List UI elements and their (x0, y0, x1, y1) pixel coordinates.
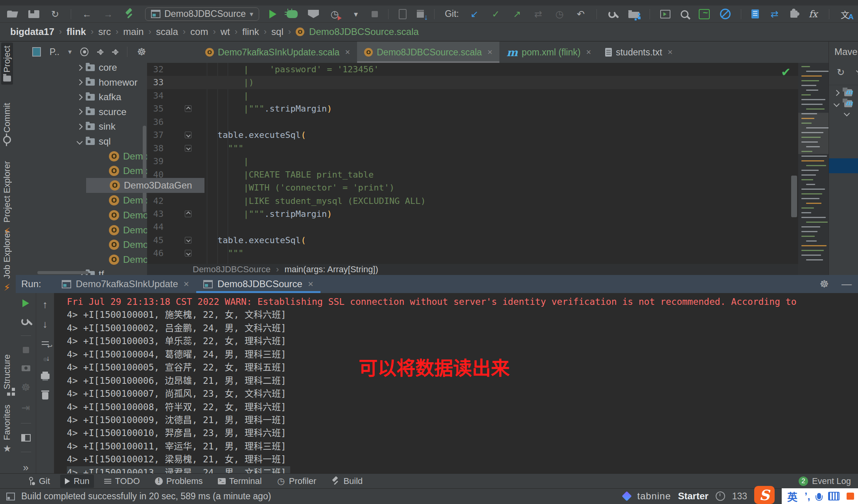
search-icon[interactable] (681, 10, 689, 18)
close-icon[interactable]: × (487, 47, 492, 57)
ime-punctuation-toggle[interactable]: ’, (805, 490, 810, 502)
event-log-button[interactable]: 2Event Log (799, 474, 851, 489)
detach-icon[interactable] (20, 402, 32, 414)
code-editor[interactable]: 32 | 'password' = '123456'33 |)34 |35 |"… (147, 63, 798, 264)
maven-panel-title[interactable]: Maven (829, 42, 858, 57)
tree-item[interactable]: ODemo (16, 193, 147, 208)
save-icon[interactable] (28, 10, 39, 18)
code-line[interactable]: 35 |""".stripMargin) (147, 102, 798, 115)
editor-tab[interactable]: students.txt× (598, 42, 679, 63)
no-entry-icon[interactable] (720, 9, 731, 19)
settings-disabled-icon[interactable] (20, 381, 32, 393)
close-icon[interactable]: × (308, 279, 313, 290)
tree-item[interactable]: sql (16, 134, 147, 149)
fx-icon[interactable] (808, 9, 819, 20)
code-minimap[interactable] (798, 63, 829, 275)
breadcrumb-item[interactable]: flink (66, 26, 86, 37)
toolbox-icon[interactable] (847, 493, 854, 500)
locate-file-icon[interactable] (80, 48, 88, 56)
tree-item[interactable]: core (16, 60, 147, 75)
rerun-icon[interactable] (20, 299, 32, 308)
tree-item[interactable]: scurce (16, 104, 147, 119)
profiler-clock-icon[interactable] (329, 9, 340, 20)
microphone-icon[interactable] (817, 493, 821, 499)
print-icon[interactable] (39, 369, 51, 381)
chevron-right-icon[interactable] (855, 70, 858, 74)
project-horizontal-scrollbar[interactable] (37, 271, 88, 274)
wrench-icon[interactable] (607, 9, 618, 19)
tree-item[interactable]: ODemo (16, 163, 147, 178)
git-history-icon[interactable] (554, 9, 565, 20)
chevron-down-icon[interactable] (844, 110, 850, 117)
project-structure-icon[interactable] (628, 12, 639, 18)
soft-wrap-icon[interactable] (39, 338, 51, 350)
run-tab[interactable]: Demo8JDBCSource× (196, 275, 320, 293)
git-commit-icon[interactable] (490, 9, 501, 20)
project-view-selector[interactable]: P.. (50, 47, 59, 57)
breadcrumb-item[interactable]: src (98, 26, 111, 37)
close-icon[interactable]: × (184, 279, 189, 290)
fold-marker-icon[interactable] (185, 237, 191, 244)
breadcrumb-item[interactable]: wt (221, 26, 230, 37)
code-line[interactable]: 41 |WITH ('connector' = 'print') (147, 181, 798, 194)
editor-scrollbar[interactable] (791, 176, 797, 217)
project-vertical-scrollbar[interactable] (143, 126, 146, 212)
toolwindow-button-terminal[interactable]: Terminal (213, 475, 267, 488)
sidebar-item-structure[interactable]: Structure (1, 351, 13, 399)
tabnine-label[interactable]: tabnine (637, 491, 671, 502)
toolwindow-button-build[interactable]: Build (326, 475, 367, 488)
git-push-icon[interactable] (512, 9, 523, 20)
fold-marker-icon[interactable] (185, 132, 191, 138)
editor-tab[interactable]: ODemo8JDBCSource.scala× (357, 42, 499, 63)
plugin-icon[interactable] (790, 11, 797, 18)
code-line[interactable]: 37 table.executeSql( (147, 128, 798, 141)
tree-item[interactable]: ODemo (16, 208, 147, 223)
back-icon[interactable] (81, 9, 92, 20)
fold-marker-icon[interactable] (185, 250, 191, 257)
breadcrumb-item[interactable]: scala (156, 26, 178, 37)
run-anything-icon[interactable] (660, 10, 670, 18)
chevron-down-icon[interactable] (77, 138, 83, 145)
edit-configuration-icon[interactable] (20, 317, 32, 326)
sidebar-item-project[interactable]: Project (1, 42, 13, 84)
toolwindow-button-todo[interactable]: TODO (99, 475, 144, 488)
toolwindow-button-profiler[interactable]: Profiler (272, 475, 321, 488)
tree-item[interactable]: homewor (16, 75, 147, 90)
device-icon[interactable] (399, 9, 407, 19)
close-icon[interactable]: × (345, 47, 350, 57)
code-line[interactable]: 38 """ (147, 142, 798, 155)
chevron-down-icon[interactable] (834, 101, 840, 107)
clock-icon[interactable] (716, 491, 725, 501)
chevron-down-icon[interactable]: ▾ (68, 48, 72, 56)
fold-marker-icon[interactable] (185, 105, 191, 112)
more-icon[interactable] (20, 462, 32, 473)
editor-tab[interactable]: ODemo7kafkaSInkUpdate.scala× (198, 42, 357, 63)
collapse-all-icon[interactable] (112, 51, 118, 53)
breadcrumb-item[interactable]: com (190, 26, 208, 37)
sidebar-item-favorites[interactable]: ★Favorites (1, 401, 13, 457)
chevron-right-icon[interactable] (77, 124, 83, 130)
coverage-icon[interactable] (308, 10, 319, 18)
git-rollback-icon[interactable] (575, 9, 586, 20)
minimap-viewport[interactable] (798, 113, 829, 154)
keyboard-icon[interactable] (828, 492, 840, 500)
breadcrumb-item[interactable]: sql (271, 26, 284, 37)
gear-icon[interactable] (819, 279, 830, 290)
expand-all-icon[interactable] (97, 51, 103, 53)
build-hammer-icon[interactable] (124, 9, 135, 19)
sidebar-item-job-explorer[interactable]: ⚡Job Explorer (1, 227, 13, 296)
sogou-ime-icon[interactable]: S (754, 486, 775, 504)
chevron-right-icon[interactable] (77, 109, 83, 115)
tabnine-icon[interactable] (622, 491, 632, 501)
code-line[interactable]: 43 |""".stripMargin) (147, 207, 798, 220)
chevron-right-icon[interactable] (77, 64, 83, 71)
code-line[interactable]: 36 (147, 115, 798, 128)
run-config-select[interactable]: Demo8JDBCSource▾ (145, 7, 259, 21)
toolwindow-button-git[interactable]: Git (22, 475, 55, 488)
maven-refresh-icon[interactable] (835, 67, 846, 78)
stop-icon[interactable] (20, 345, 32, 355)
fold-marker-icon[interactable] (185, 211, 191, 217)
chevron-right-icon[interactable] (834, 90, 840, 96)
tree-item[interactable]: ODemo (16, 252, 147, 267)
clear-console-icon[interactable] (39, 389, 51, 401)
